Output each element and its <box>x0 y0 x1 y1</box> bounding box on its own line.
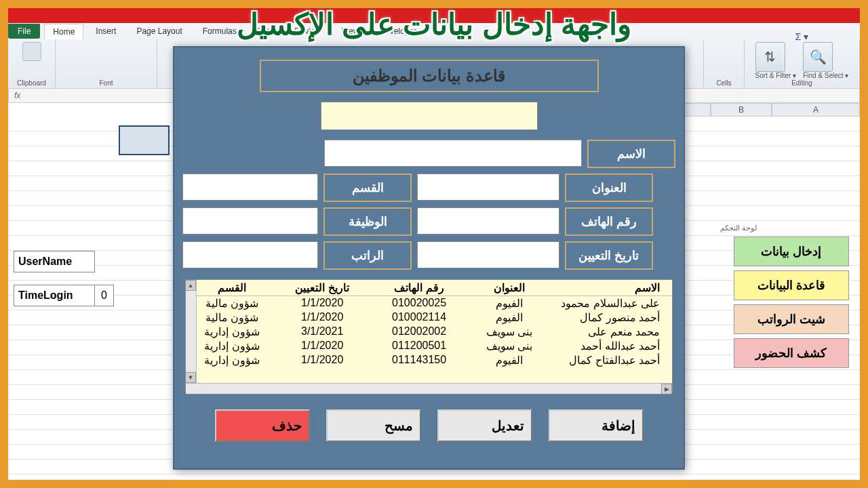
salary-label: الراتب <box>323 241 412 270</box>
form-buttons: حذف مسح تعديل إضافة <box>182 409 675 442</box>
control-panel: لوحة التحكم إدخال بيانات قاعدة البيانات … <box>720 224 849 372</box>
timelogin-value: 0 <box>95 285 114 306</box>
scroll-down-icon[interactable]: ▼ <box>185 372 196 383</box>
sort-label: Sort & Filter ▾ <box>755 72 797 79</box>
dept-input[interactable] <box>182 174 318 201</box>
col-a[interactable]: A <box>772 103 860 117</box>
name-label: الاسم <box>587 140 675 168</box>
employees-listbox[interactable]: الاسم العنوان رقم الهاتف تاريخ التعيين ا… <box>185 279 673 394</box>
search-input[interactable] <box>321 102 538 130</box>
login-info: UserName TimeLogin 0 <box>14 251 114 319</box>
hdr-dept: القسم <box>189 281 275 294</box>
delete-button[interactable]: حذف <box>215 409 310 442</box>
find-select-icon[interactable]: 🔍 <box>803 42 833 72</box>
name-input[interactable] <box>324 140 582 167</box>
group-label: Cells <box>716 79 731 87</box>
group-editing: Σ ▾ ⇅ Sort & Filter ▾ 🔍 Find & Select ▾ … <box>745 39 860 88</box>
sigma-icon[interactable]: Σ ▾ <box>795 31 809 42</box>
timelogin-label: TimeLogin <box>14 285 95 306</box>
hdr-phone: رقم الهاتف <box>369 281 469 294</box>
btn-attendance[interactable]: كشف الحضور <box>734 338 849 368</box>
paste-icon[interactable] <box>22 42 41 61</box>
list-item[interactable]: على عبدالسلام محمودالفيوم0100200251/1/20… <box>186 296 672 310</box>
form-title: قاعدة بيانات الموظفين <box>260 60 599 92</box>
hire-input[interactable] <box>417 241 559 268</box>
hdr-hire: تاريخ التعيين <box>275 281 369 294</box>
list-item[interactable]: أحمد منصور كمالالفيوم0100021141/1/2020شؤ… <box>186 310 672 325</box>
hire-label: تاريخ التعيين <box>565 241 653 270</box>
group-label: Editing <box>791 79 812 87</box>
video-title-overlay: واجهة إدخال بيانات على الإكسيل <box>237 7 631 41</box>
scroll-right-icon[interactable]: ▶ <box>661 384 672 394</box>
hdr-address: العنوان <box>469 281 549 294</box>
add-button[interactable]: إضافة <box>549 409 644 442</box>
dept-label: القسم <box>323 174 412 202</box>
job-label: الوظيفة <box>323 207 412 236</box>
selected-cell[interactable] <box>119 125 170 155</box>
col-b[interactable]: B <box>711 103 772 117</box>
listbox-scroll-h[interactable]: ◀ ▶ <box>186 383 672 394</box>
list-item[interactable]: أحمد عبدالله أحمدبنى سويف0112005011/1/20… <box>186 339 672 353</box>
phone-input[interactable] <box>417 207 559 235</box>
group-font: Font <box>56 39 157 88</box>
btn-database[interactable]: قاعدة البيانات <box>734 270 849 300</box>
address-input[interactable] <box>417 174 559 201</box>
phone-label: رقم الهاتف <box>565 207 653 236</box>
tab-home[interactable]: Home <box>44 24 83 39</box>
file-tab[interactable]: File <box>8 24 40 39</box>
find-label: Find & Select ▾ <box>803 72 848 79</box>
list-item[interactable]: أحمد عبدالفتاح كمالالفيوم0111431501/1/20… <box>186 353 672 367</box>
username-label: UserName <box>14 251 95 272</box>
job-input[interactable] <box>182 207 318 235</box>
tab-page-layout[interactable]: Page Layout <box>128 24 190 39</box>
fx-icon[interactable]: fx <box>14 91 20 100</box>
list-item[interactable]: محمد منعم علىبنى سويف0120020023/1/2021شؤ… <box>186 325 672 339</box>
sort-filter-icon[interactable]: ⇅ <box>755 42 785 72</box>
scroll-up-icon[interactable]: ▲ <box>185 280 196 291</box>
tab-insert[interactable]: Insert <box>87 24 124 39</box>
group-cells: Cells <box>704 39 745 88</box>
salary-input[interactable] <box>182 241 318 268</box>
clear-button[interactable]: مسح <box>326 409 421 442</box>
btn-salary-sheet[interactable]: شيت الرواتب <box>734 304 849 334</box>
group-label: Clipboard <box>17 79 46 87</box>
panel-heading: لوحة التحكم <box>720 224 849 232</box>
userform-employees: قاعدة بيانات الموظفين الاسم القسم العنوا… <box>173 46 685 470</box>
group-clipboard: Clipboard <box>8 39 56 88</box>
edit-button[interactable]: تعديل <box>437 409 532 442</box>
btn-enter-data[interactable]: إدخال بيانات <box>734 237 849 266</box>
listbox-scroll-v[interactable]: ▲ ▼ <box>186 280 197 383</box>
group-label: Font <box>99 79 113 87</box>
listbox-header: الاسم العنوان رقم الهاتف تاريخ التعيين ا… <box>186 280 672 296</box>
address-label: العنوان <box>565 174 653 202</box>
hdr-name: الاسم <box>549 281 660 294</box>
